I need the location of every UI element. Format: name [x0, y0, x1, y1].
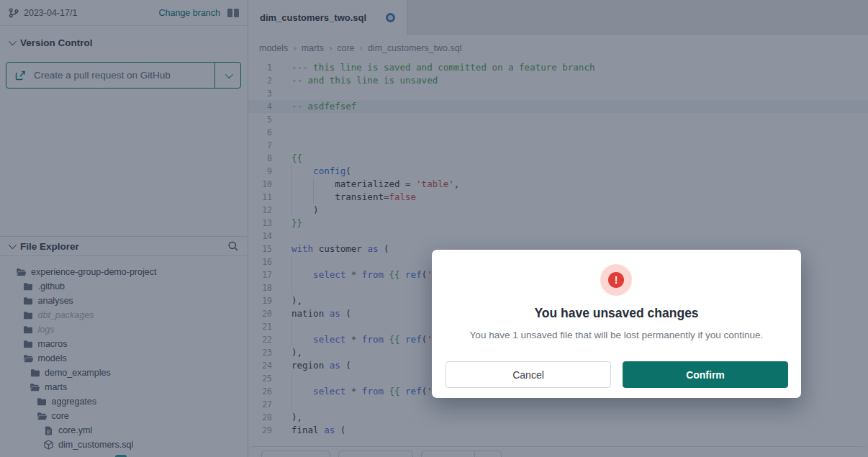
dialog-title: You have unsaved changes — [432, 306, 801, 321]
unsaved-changes-dialog: ! You have unsaved changes You have 1 un… — [432, 250, 801, 398]
dialog-message: You have 1 unsaved file that will be los… — [432, 330, 801, 340]
alert-icon-ring: ! — [600, 264, 632, 296]
alert-exclamation-icon: ! — [608, 272, 624, 288]
confirm-button[interactable]: Confirm — [623, 361, 788, 388]
cancel-button[interactable]: Cancel — [446, 361, 611, 388]
dbt-cloud-ide: 2023-04-17/1 Change branch Version Contr… — [0, 0, 868, 457]
